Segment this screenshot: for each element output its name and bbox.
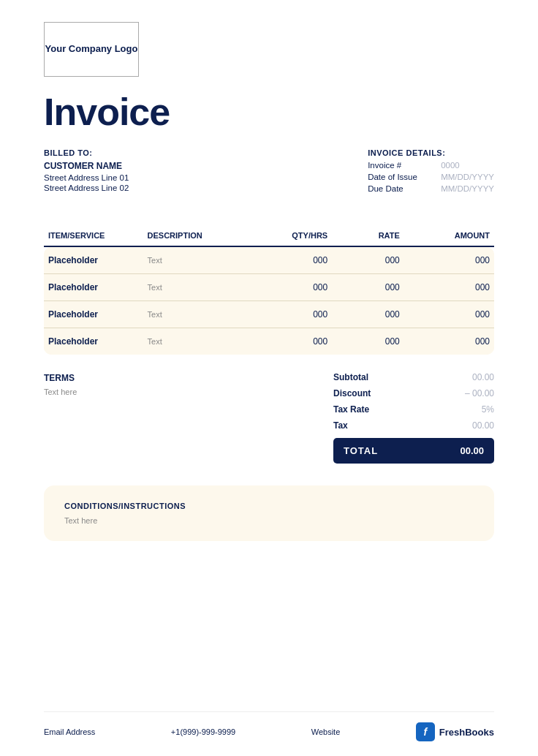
terms-text: Text here bbox=[44, 388, 333, 396]
total-value: 00.00 bbox=[460, 445, 484, 456]
item-rate: 000 bbox=[332, 301, 404, 328]
customer-name: CUSTOMER NAME bbox=[44, 161, 129, 171]
tax-rate-label: Tax Rate bbox=[333, 404, 369, 415]
item-qty: 000 bbox=[260, 247, 333, 274]
billing-details-row: BILLED TO: CUSTOMER NAME Street Address … bbox=[44, 148, 494, 196]
item-amount: 000 bbox=[404, 247, 494, 274]
item-amount: 000 bbox=[404, 274, 494, 301]
footer-phone: +1(999)-999-9999 bbox=[171, 727, 235, 736]
billed-to-section: BILLED TO: CUSTOMER NAME Street Address … bbox=[44, 148, 129, 196]
items-data-table: Placeholder Text 000 000 000 Placeholder… bbox=[44, 247, 494, 355]
conditions-title: CONDITIONS/INSTRUCTIONS bbox=[64, 502, 474, 510]
item-name: Placeholder bbox=[44, 274, 143, 301]
date-of-issue-value: MM/DD/YYYY bbox=[441, 173, 494, 181]
col-header-qty: QTY/HRS bbox=[260, 225, 333, 246]
table-row: Placeholder Text 000 000 000 bbox=[44, 328, 494, 355]
col-header-desc: DESCRIPTION bbox=[143, 225, 260, 246]
freshbooks-icon: f bbox=[416, 722, 435, 741]
item-name: Placeholder bbox=[44, 328, 143, 355]
subtotal-label: Subtotal bbox=[333, 372, 368, 382]
item-rate: 000 bbox=[332, 247, 404, 274]
table-row: Placeholder Text 000 000 000 bbox=[44, 247, 494, 274]
tax-rate-row: Tax Rate 5% bbox=[333, 401, 494, 417]
total-bar: TOTAL 00.00 bbox=[333, 438, 494, 464]
invoice-number-label: Invoice # bbox=[368, 161, 433, 170]
col-header-item: ITEM/SERVICE bbox=[44, 225, 143, 246]
invoice-details-section: INVOICE DETAILS: Invoice # 0000 Date of … bbox=[368, 148, 494, 196]
item-description: Text bbox=[143, 274, 260, 301]
table-header-row: ITEM/SERVICE DESCRIPTION QTY/HRS RATE AM… bbox=[44, 225, 494, 246]
address-line-1: Street Address Line 01 bbox=[44, 173, 129, 182]
item-description: Text bbox=[143, 301, 260, 328]
invoice-details-label: INVOICE DETAILS: bbox=[368, 148, 494, 157]
footer-email: Email Address bbox=[44, 727, 95, 736]
item-qty: 000 bbox=[260, 301, 333, 328]
due-date-label: Due Date bbox=[368, 184, 433, 193]
items-table-wrap: ITEM/SERVICE DESCRIPTION QTY/HRS RATE AM… bbox=[44, 225, 494, 369]
discount-value: – 00.00 bbox=[450, 388, 494, 398]
total-label: TOTAL bbox=[344, 445, 378, 456]
invoice-number-value: 0000 bbox=[441, 161, 460, 170]
address-line-2: Street Address Line 02 bbox=[44, 184, 129, 192]
terms-title: TERMS bbox=[44, 373, 333, 383]
page-title: Invoice bbox=[44, 90, 494, 134]
items-table-header: ITEM/SERVICE DESCRIPTION QTY/HRS RATE AM… bbox=[44, 225, 494, 247]
item-rate: 000 bbox=[332, 274, 404, 301]
col-header-amount: AMOUNT bbox=[404, 225, 494, 246]
discount-label: Discount bbox=[333, 388, 371, 398]
item-qty: 000 bbox=[260, 274, 333, 301]
item-description: Text bbox=[143, 328, 260, 355]
due-date-value: MM/DD/YYYY bbox=[441, 184, 494, 193]
tax-label: Tax bbox=[333, 420, 348, 431]
item-qty: 000 bbox=[260, 328, 333, 355]
subtotal-value: 00.00 bbox=[450, 372, 494, 382]
billed-to-label: BILLED TO: bbox=[44, 148, 129, 157]
due-date-row: Due Date MM/DD/YYYY bbox=[368, 184, 494, 193]
table-row: Placeholder Text 000 000 000 bbox=[44, 301, 494, 328]
tax-value: 00.00 bbox=[450, 420, 494, 431]
company-logo: Your Company Logo bbox=[44, 22, 139, 77]
invoice-page: Your Company Logo Invoice BILLED TO: CUS… bbox=[0, 0, 538, 756]
tax-row: Tax 00.00 bbox=[333, 417, 494, 434]
tax-rate-value: 5% bbox=[450, 404, 494, 415]
item-rate: 000 bbox=[332, 328, 404, 355]
terms-section: TERMS Text here bbox=[44, 369, 333, 464]
conditions-section: CONDITIONS/INSTRUCTIONS Text here bbox=[44, 485, 494, 541]
date-of-issue-label: Date of Issue bbox=[368, 173, 433, 181]
freshbooks-logo: f FreshBooks bbox=[416, 722, 494, 741]
items-section: Placeholder Text 000 000 000 Placeholder… bbox=[44, 247, 494, 355]
item-name: Placeholder bbox=[44, 247, 143, 274]
subtotal-row: Subtotal 00.00 bbox=[333, 369, 494, 385]
conditions-text: Text here bbox=[64, 516, 474, 525]
table-row: Placeholder Text 000 000 000 bbox=[44, 274, 494, 301]
date-of-issue-row: Date of Issue MM/DD/YYYY bbox=[368, 173, 494, 181]
totals-section: Subtotal 00.00 Discount – 00.00 Tax Rate… bbox=[333, 369, 494, 464]
footer: Email Address +1(999)-999-9999 Website f… bbox=[44, 711, 494, 741]
footer-website: Website bbox=[311, 727, 341, 736]
item-name: Placeholder bbox=[44, 301, 143, 328]
freshbooks-brand-name: FreshBooks bbox=[439, 727, 494, 738]
col-header-rate: RATE bbox=[332, 225, 404, 246]
bottom-section: TERMS Text here Subtotal 00.00 Discount … bbox=[44, 369, 494, 464]
item-description: Text bbox=[143, 247, 260, 274]
item-amount: 000 bbox=[404, 328, 494, 355]
discount-row: Discount – 00.00 bbox=[333, 385, 494, 401]
item-amount: 000 bbox=[404, 301, 494, 328]
invoice-number-row: Invoice # 0000 bbox=[368, 161, 494, 170]
